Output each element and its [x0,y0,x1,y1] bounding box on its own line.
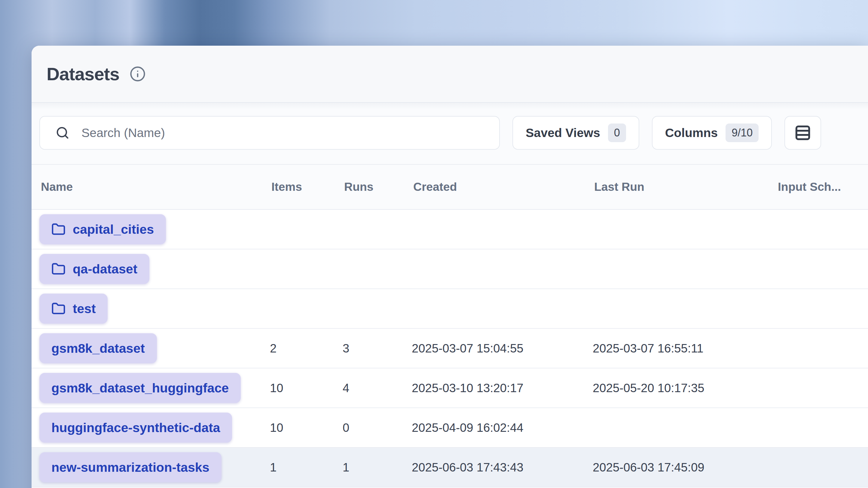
table-row[interactable]: test [32,289,868,329]
dataset-chip[interactable]: gsm8k_dataset_huggingface [39,373,241,403]
cell-name: capital_cities [39,214,270,244]
cell-runs: 1 [343,461,412,474]
cell-runs: 3 [343,341,412,355]
cell-items: 10 [270,421,343,434]
table-header-row: NameItemsRunsCreatedLast RunInput Sch... [32,164,868,210]
page-title: Datasets [46,64,119,85]
cell-items: 1 [270,461,343,474]
dataset-name: qa-dataset [73,262,137,276]
titlebar-shadow [32,103,868,109]
table-row[interactable]: qa-dataset [32,250,868,289]
row-height-button[interactable] [784,116,821,150]
cell-name: gsm8k_dataset [39,333,270,363]
column-header-last_run[interactable]: Last Run [593,180,776,194]
folder-chip[interactable]: capital_cities [39,214,166,244]
cell-created: 2025-06-03 17:43:43 [412,461,593,474]
saved-views-count-badge: 0 [608,124,626,142]
table-row[interactable]: huggingface-synthetic-data1002025-04-09 … [32,408,868,448]
saved-views-button[interactable]: Saved Views 0 [513,116,639,150]
cell-last_run: 2025-06-03 17:45:09 [593,461,776,474]
cell-last_run: 2025-05-20 10:17:35 [593,381,776,395]
cell-last_run: 2025-03-07 16:55:11 [593,341,776,355]
dataset-name: new-summarization-tasks [52,460,210,475]
dataset-chip[interactable]: new-summarization-tasks [39,452,221,482]
search-icon [55,125,70,140]
info-button[interactable] [129,66,146,82]
cell-name: gsm8k_dataset_huggingface [39,373,270,403]
table-row[interactable]: capital_cities [32,210,868,250]
dataset-name: gsm8k_dataset_huggingface [52,381,229,395]
search-input[interactable] [82,126,472,140]
dataset-chip[interactable]: huggingface-synthetic-data [39,413,232,443]
saved-views-label: Saved Views [526,126,600,140]
dataset-name: capital_cities [73,222,154,237]
folder-icon [52,302,65,316]
cell-created: 2025-04-09 16:02:44 [412,421,593,434]
folder-icon [52,222,65,236]
info-icon [129,66,146,82]
cell-runs: 0 [343,421,412,434]
datasets-table: NameItemsRunsCreatedLast RunInput Sch...… [32,164,868,487]
cell-name: new-summarization-tasks [39,452,270,482]
cell-runs: 4 [343,381,412,395]
datasets-panel: Datasets Saved Views 0 Columns 9/10 [32,46,868,488]
table-row[interactable]: gsm8k_dataset232025-03-07 15:04:552025-0… [32,329,868,368]
cell-name: qa-dataset [39,254,270,284]
columns-button[interactable]: Columns 9/10 [652,116,772,150]
cell-created: 2025-03-10 13:20:17 [412,381,593,395]
column-header-runs[interactable]: Runs [343,180,412,194]
column-header-created[interactable]: Created [412,180,593,194]
folder-icon [52,262,65,276]
cell-items: 2 [270,341,343,355]
folder-chip[interactable]: test [39,294,107,324]
column-header-items[interactable]: Items [270,180,343,194]
columns-count-badge: 9/10 [725,124,758,142]
dataset-chip[interactable]: gsm8k_dataset [39,333,157,363]
dataset-name: huggingface-synthetic-data [52,420,220,435]
rows-icon [794,124,812,142]
dataset-name: test [73,301,96,316]
folder-chip[interactable]: qa-dataset [39,254,149,284]
cell-created: 2025-03-07 15:04:55 [412,341,593,355]
cell-name: huggingface-synthetic-data [39,413,270,443]
column-header-input_schema[interactable]: Input Sch... [776,180,868,194]
table-row[interactable]: gsm8k_dataset_huggingface1042025-03-10 1… [32,368,868,408]
cell-name: test [39,294,270,324]
columns-label: Columns [665,126,718,140]
toolbar: Saved Views 0 Columns 9/10 [32,116,868,150]
table-body: capital_citiesqa-datasettestgsm8k_datase… [32,210,868,487]
dataset-name: gsm8k_dataset [52,341,145,356]
title-bar: Datasets [32,46,868,103]
cell-items: 10 [270,381,343,395]
table-row[interactable]: new-summarization-tasks112025-06-03 17:4… [32,448,868,487]
column-header-name[interactable]: Name [39,180,270,194]
search-box[interactable] [39,116,500,150]
